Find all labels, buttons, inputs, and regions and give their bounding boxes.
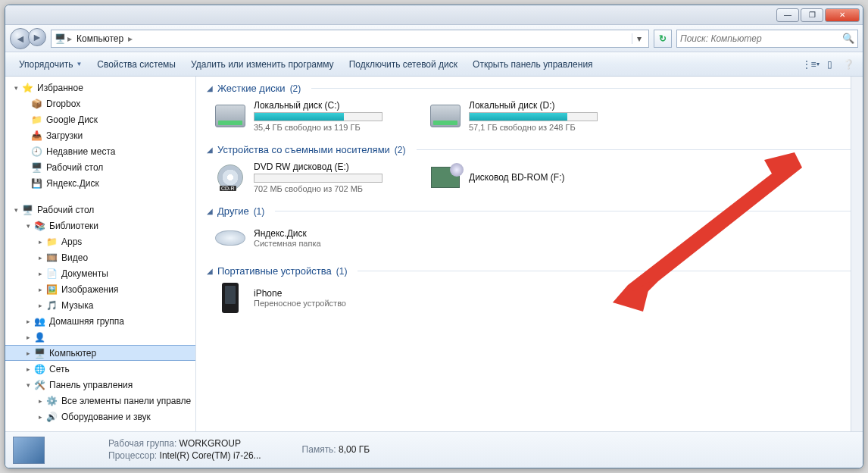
view-options-icon[interactable]: ⋮≡▾ [802,56,819,73]
capacity-bar [254,174,382,183]
search-box[interactable]: 🔍 [676,30,858,48]
toolbar: Упорядочить▼ Свойства системы Удалить ил… [5,52,863,77]
breadcrumb-root[interactable]: Компьютер [73,33,126,44]
documents-icon: 📄 [45,268,58,280]
capacity-bar [254,112,382,121]
forward-button[interactable]: ► [28,28,46,46]
user-icon: 👤 [33,331,46,343]
downloads-icon: 📥 [30,130,43,142]
navigation-pane: ▾ ⭐ Избранное 📦Dropbox 📁Google Диск 📥Заг… [5,77,196,431]
folder-icon: 📁 [45,236,58,248]
address-bar[interactable]: 🖥️ ▸ Компьютер ▸ ▾ [51,30,649,48]
network-icon: 🌐 [33,363,46,375]
group-header-hdd[interactable]: ◢ Жесткие диски (2) [207,83,852,94]
drive-c[interactable]: Локальный диск (C:) 35,4 ГБ свободно из … [213,99,410,133]
phone-icon [222,283,239,313]
libraries-icon: 📚 [33,220,46,232]
collapse-icon[interactable]: ▾ [11,84,20,92]
user-node[interactable]: ▸👤 [5,329,195,345]
sidebar-item-video[interactable]: ▸🎞️Видео [5,249,195,265]
music-icon: 🎵 [45,299,58,312]
sidebar-item-music[interactable]: ▸🎵Музыка [5,297,195,313]
search-icon: 🔍 [842,33,854,44]
computer-icon: 🖥️ [33,347,46,359]
group-hard-drives: ◢ Жесткие диски (2) Локальный диск (C:) … [207,83,852,133]
scrollbar[interactable] [851,77,863,431]
sidebar-item-apps[interactable]: ▸📁Apps [5,233,195,249]
uninstall-change-program[interactable]: Удалить или изменить программу [183,56,342,73]
capacity-bar [469,112,598,121]
help-icon[interactable]: ❔ [840,56,857,73]
cp-all-items[interactable]: ▸⚙️Все элементы панели управле [5,393,195,409]
desktop-node[interactable]: ▾ 🖥️ Рабочий стол [5,202,195,218]
computer-icon: 🖥️ [55,33,66,44]
navbar: ◄ ► 🖥️ ▸ Компьютер ▸ ▾ ↻ 🔍 [5,25,863,52]
group-header-portable[interactable]: ◢ Портативные устройства (1) [207,265,852,277]
body: ▾ ⭐ Избранное 📦Dropbox 📁Google Диск 📥Заг… [5,77,863,431]
bd-icon [431,167,460,188]
system-properties[interactable]: Свойства системы [89,56,183,73]
computer-large-icon [13,437,45,464]
homegroup-icon: 👥 [33,315,46,327]
sidebar-item-pictures[interactable]: ▸🖼️Изображения [5,281,195,297]
computer-node[interactable]: ▸🖥️Компьютер [5,345,195,361]
control-panel-node[interactable]: ▾🛠️Панель управления [5,377,195,393]
details-pane: Рабочая группа: WORKGROUP Процессор: Int… [5,431,863,468]
close-button[interactable]: ✕ [825,8,860,22]
drive-e-dvd[interactable]: CD-R DVD RW дисковод (E:) 702 МБ свободн… [213,160,410,195]
open-control-panel[interactable]: Открыть панель управления [465,56,601,73]
pictures-icon: 🖼️ [45,283,58,296]
sidebar-item-documents[interactable]: ▸📄Документы [5,265,195,281]
hdd-icon [215,105,245,127]
item-iphone[interactable]: iPhone Переносное устройство [213,281,410,315]
settings-icon: ⚙️ [45,395,58,407]
group-removable: ◢ Устройства со съемными носителями (2) … [207,144,852,195]
control-panel-icon: 🛠️ [33,379,46,391]
address-dropdown[interactable]: ▾ [632,33,645,44]
content-pane: ◢ Жесткие диски (2) Локальный диск (C:) … [196,77,863,431]
search-input[interactable] [680,33,842,44]
sidebar-item-dropbox[interactable]: 📦Dropbox [5,96,195,111]
item-yandex-disk[interactable]: Яндекс.Диск Системная папка [213,221,410,255]
sidebar-item-google-drive[interactable]: 📁Google Диск [5,111,195,127]
group-header-removable[interactable]: ◢ Устройства со съемными носителями (2) [207,144,852,155]
group-header-other[interactable]: ◢ Другие (1) [207,205,852,217]
collapse-icon[interactable]: ▾ [23,222,33,230]
hardware-icon: 🔊 [45,411,58,423]
network-node[interactable]: ▸🌐Сеть [5,361,195,377]
drive-d[interactable]: Локальный диск (D:) 57,1 ГБ свободно из … [428,99,625,133]
collapse-icon[interactable]: ▾ [11,206,20,214]
hdd-icon [430,105,461,127]
desktop-icon: 🖥️ [30,161,43,174]
favorites-node[interactable]: ▾ ⭐ Избранное [5,80,195,96]
yadisk-icon [215,230,245,246]
breadcrumb-sep: ▸ [66,33,73,44]
drive-f-bdrom[interactable]: Дисковод BD-ROM (F:) [428,160,625,195]
homegroup-node[interactable]: ▸👥Домашняя группа [5,313,195,329]
gdrive-icon: 📁 [30,114,43,126]
organize-menu[interactable]: Упорядочить▼ [11,56,89,73]
video-icon: 🎞️ [45,252,58,264]
group-portable: ◢ Портативные устройства (1) iPhone Пере… [207,265,852,315]
dropbox-icon: 📦 [30,98,43,110]
preview-pane-icon[interactable]: ▯ [821,56,838,73]
minimize-button[interactable]: — [776,8,799,22]
sidebar-item-recent[interactable]: 🕘Недавние места [5,143,195,159]
group-other: ◢ Другие (1) Яндекс.Диск Системная папка [207,205,852,255]
cp-hardware-sound[interactable]: ▸🔊Оборудование и звук [5,409,195,424]
sidebar-item-desktop-fav[interactable]: 🖥️Рабочий стол [5,159,195,175]
libraries-node[interactable]: ▾ 📚 Библиотеки [5,218,195,233]
desktop-icon: 🖥️ [20,204,34,216]
cd-icon: CD-R [217,164,243,190]
explorer-window: — ❐ ✕ ◄ ► 🖥️ ▸ Компьютер ▸ ▾ ↻ 🔍 Упорядо… [5,5,863,468]
map-network-drive[interactable]: Подключить сетевой диск [342,56,465,73]
collapse-icon: ◢ [207,146,213,154]
breadcrumb-sep: ▸ [126,33,134,44]
titlebar: — ❐ ✕ [5,5,863,25]
collapse-icon: ◢ [207,84,213,92]
maximize-button[interactable]: ❐ [801,8,823,22]
refresh-button[interactable]: ↻ [654,30,672,48]
collapse-icon: ◢ [207,267,213,275]
sidebar-item-yandex-disk[interactable]: 💾Яндекс.Диск [5,175,195,191]
sidebar-item-downloads[interactable]: 📥Загрузки [5,127,195,143]
